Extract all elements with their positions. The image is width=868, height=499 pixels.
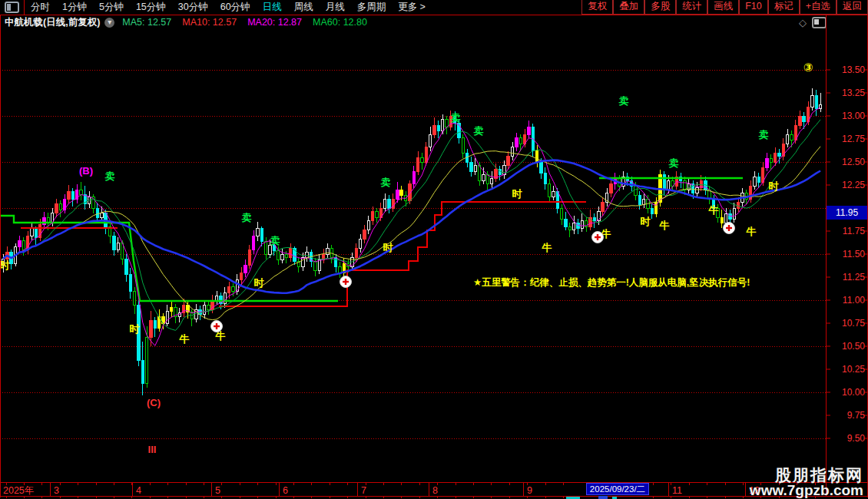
svg-text:牛: 牛 xyxy=(179,333,190,345)
svg-text:9.50: 9.50 xyxy=(847,433,866,444)
svg-text:III: III xyxy=(148,444,157,455)
svg-text:卖: 卖 xyxy=(381,177,391,188)
svg-text:10.50: 10.50 xyxy=(842,341,865,352)
svg-text:7: 7 xyxy=(361,485,366,496)
svg-text:13.25: 13.25 xyxy=(842,88,865,98)
time-axis: 2025年34567891112 xyxy=(0,482,868,499)
svg-text:11.00: 11.00 xyxy=(843,295,865,306)
svg-text:10.00: 10.00 xyxy=(842,387,865,398)
svg-text:10.25: 10.25 xyxy=(842,364,865,375)
svg-text:卖: 卖 xyxy=(669,157,679,169)
svg-text:牛: 牛 xyxy=(708,204,719,216)
svg-text:时: 时 xyxy=(769,180,780,192)
svg-text:12.50: 12.50 xyxy=(842,157,865,167)
svg-text:5: 5 xyxy=(215,485,220,496)
svg-text:时: 时 xyxy=(0,259,11,271)
svg-text:时: 时 xyxy=(512,188,523,200)
trading-app-window: 分时1分钟5分钟15分钟30分钟60分钟日线周线月线多周期更多 > 复权叠加多股… xyxy=(0,0,868,499)
svg-text:(C): (C) xyxy=(147,397,161,408)
svg-text:11: 11 xyxy=(672,485,682,496)
svg-text:12.25: 12.25 xyxy=(842,180,865,190)
svg-text:牛: 牛 xyxy=(746,226,757,237)
svg-text:卖: 卖 xyxy=(759,129,769,140)
window-frame xyxy=(1,15,868,497)
svg-text:牛: 牛 xyxy=(659,220,670,231)
ma-lines xyxy=(3,107,820,345)
svg-text:9.75: 9.75 xyxy=(847,410,866,421)
svg-text:时: 时 xyxy=(641,216,651,227)
svg-text:卖: 卖 xyxy=(619,95,629,107)
svg-text:12.75: 12.75 xyxy=(842,134,865,144)
watermark-site-name: 股朋指标网 xyxy=(750,467,863,483)
svg-text:卖: 卖 xyxy=(105,170,115,182)
candles xyxy=(2,88,821,395)
svg-text:11.25: 11.25 xyxy=(843,272,865,283)
svg-text:时: 时 xyxy=(383,242,394,253)
svg-text:卖: 卖 xyxy=(451,112,461,124)
cross-marker xyxy=(724,223,735,234)
svg-text:时: 时 xyxy=(254,277,265,289)
cursor-price-box: 11.95 xyxy=(827,206,867,220)
svg-text:3: 3 xyxy=(54,485,59,496)
svg-text:4: 4 xyxy=(136,485,141,496)
cross-marker xyxy=(211,321,223,332)
svg-text:11.50: 11.50 xyxy=(843,249,865,259)
svg-text:卖: 卖 xyxy=(242,212,252,223)
watermark: 股朋指标网 www.7gpzb.com xyxy=(750,467,863,497)
svg-text:③: ③ xyxy=(803,61,813,74)
cross-marker xyxy=(592,232,604,243)
svg-text:13.00: 13.00 xyxy=(842,111,865,121)
svg-text:牛: 牛 xyxy=(542,242,552,253)
candlestick-chart[interactable]: 卖卖卖卖卖卖卖卖卖牛牛牛牛牛牛牛时时时时时时时(B)(C)III③★五里警告：纪… xyxy=(0,0,868,499)
svg-text:(B): (B) xyxy=(79,165,93,177)
svg-text:卖: 卖 xyxy=(270,235,280,246)
svg-text:13.50: 13.50 xyxy=(842,64,865,75)
svg-text:★五里警告：纪律、止损、趋势第一!人脑服从电脑,坚决执行信号: ★五里警告：纪律、止损、趋势第一!人脑服从电脑,坚决执行信号! xyxy=(473,277,750,288)
svg-text:10.75: 10.75 xyxy=(842,318,865,329)
cross-marker xyxy=(340,276,352,288)
price-axis: 13.5013.2513.0012.7512.5012.2511.7511.50… xyxy=(826,64,867,444)
svg-text:卖: 卖 xyxy=(474,125,484,137)
svg-text:11.75: 11.75 xyxy=(843,226,865,236)
watermark-url: www.7gpzb.com xyxy=(750,483,863,497)
svg-text:时: 时 xyxy=(130,323,141,335)
svg-text:8: 8 xyxy=(432,485,438,496)
svg-text:6: 6 xyxy=(283,485,288,496)
cursor-date-box: 2025/09/23/二 xyxy=(586,483,649,495)
svg-text:9: 9 xyxy=(527,485,532,496)
svg-text:2025年: 2025年 xyxy=(3,485,34,496)
